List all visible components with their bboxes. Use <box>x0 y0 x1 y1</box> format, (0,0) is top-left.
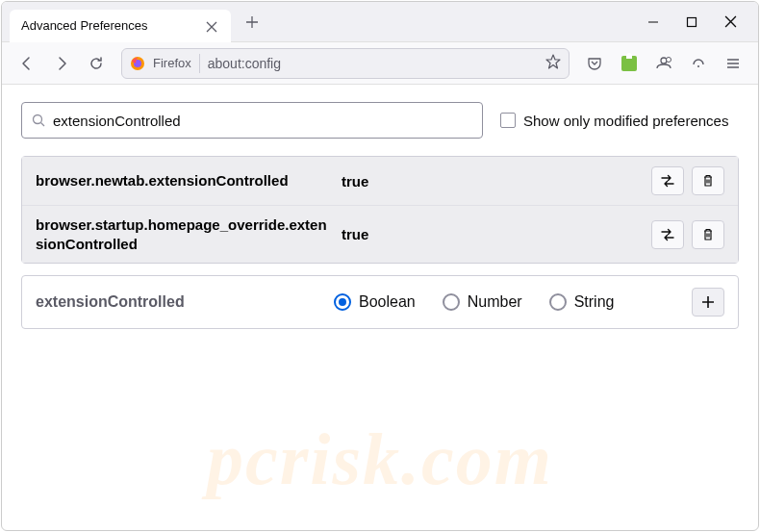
radio-number[interactable] <box>443 293 460 311</box>
row-actions <box>651 166 724 195</box>
search-input[interactable] <box>53 113 472 129</box>
preference-name: browser.startup.homepage_override.extens… <box>36 215 334 253</box>
radio-string[interactable] <box>549 293 567 311</box>
new-tab-button[interactable] <box>239 9 266 36</box>
toggle-button[interactable] <box>651 166 684 195</box>
new-preference-name: extensionControlled <box>36 293 334 311</box>
bookmark-star-icon[interactable] <box>545 54 561 73</box>
new-preference-row: extensionControlled Boolean Number Strin… <box>22 276 738 328</box>
preference-row: browser.newtab.extensionControlled true <box>22 157 738 206</box>
watermark: pcrisk.com <box>2 418 758 501</box>
svg-point-4 <box>667 57 671 62</box>
identity-label: Firefox <box>153 56 191 70</box>
browser-tab[interactable]: Advanced Preferences <box>10 10 231 42</box>
checkbox-label: Show only modified preferences <box>523 113 728 129</box>
delete-button[interactable] <box>692 220 724 249</box>
search-icon <box>32 114 45 127</box>
svg-point-3 <box>661 58 667 63</box>
radio-label: Boolean <box>359 293 416 311</box>
svg-point-5 <box>697 65 699 67</box>
close-window-button[interactable] <box>722 13 739 31</box>
toggle-button[interactable] <box>651 220 684 249</box>
svg-rect-0 <box>688 17 697 26</box>
type-option-boolean[interactable]: Boolean <box>334 293 416 311</box>
minimize-button[interactable] <box>645 13 662 31</box>
delete-button[interactable] <box>692 166 724 195</box>
toolbar: Firefox about:config <box>2 42 758 85</box>
content-area: Show only modified preferences browser.n… <box>2 85 758 346</box>
add-button[interactable] <box>692 288 724 317</box>
forward-button[interactable] <box>46 48 77 79</box>
radio-boolean[interactable] <box>334 293 351 311</box>
divider <box>199 54 200 73</box>
tab-title: Advanced Preferences <box>21 18 148 33</box>
new-preference-container: extensionControlled Boolean Number Strin… <box>21 275 739 329</box>
address-bar[interactable]: Firefox about:config <box>121 48 570 79</box>
type-option-string[interactable]: String <box>549 293 615 311</box>
radio-label: Number <box>468 293 522 311</box>
back-button[interactable] <box>12 48 42 79</box>
account-icon[interactable] <box>648 48 679 79</box>
svg-point-6 <box>34 115 42 124</box>
row-actions <box>651 220 724 249</box>
window-controls <box>645 13 750 31</box>
reload-button[interactable] <box>81 48 112 79</box>
maximize-button[interactable] <box>683 13 700 31</box>
pocket-icon[interactable] <box>579 48 610 79</box>
preference-name: browser.newtab.extensionControlled <box>36 171 334 190</box>
preference-value: true <box>334 173 651 190</box>
menu-button[interactable] <box>718 48 748 79</box>
preference-row: browser.startup.homepage_override.extens… <box>22 206 738 263</box>
extensions-icon[interactable] <box>614 48 645 79</box>
modified-only-checkbox[interactable] <box>500 113 516 128</box>
search-row: Show only modified preferences <box>21 102 739 139</box>
type-options: Boolean Number String <box>334 293 692 311</box>
radio-label: String <box>574 293 615 311</box>
modified-only-checkbox-group[interactable]: Show only modified preferences <box>500 113 728 129</box>
url-text: about:config <box>208 56 538 71</box>
overflow-icon[interactable] <box>683 48 714 79</box>
titlebar: Advanced Preferences <box>2 2 758 42</box>
firefox-logo-icon <box>130 56 145 71</box>
close-tab-icon[interactable] <box>206 19 219 33</box>
browser-window: Advanced Preferences <box>1 1 759 531</box>
preferences-table: browser.newtab.extensionControlled true … <box>21 156 739 264</box>
type-option-number[interactable]: Number <box>443 293 522 311</box>
search-box[interactable] <box>21 102 483 139</box>
preference-value: true <box>334 226 651 242</box>
